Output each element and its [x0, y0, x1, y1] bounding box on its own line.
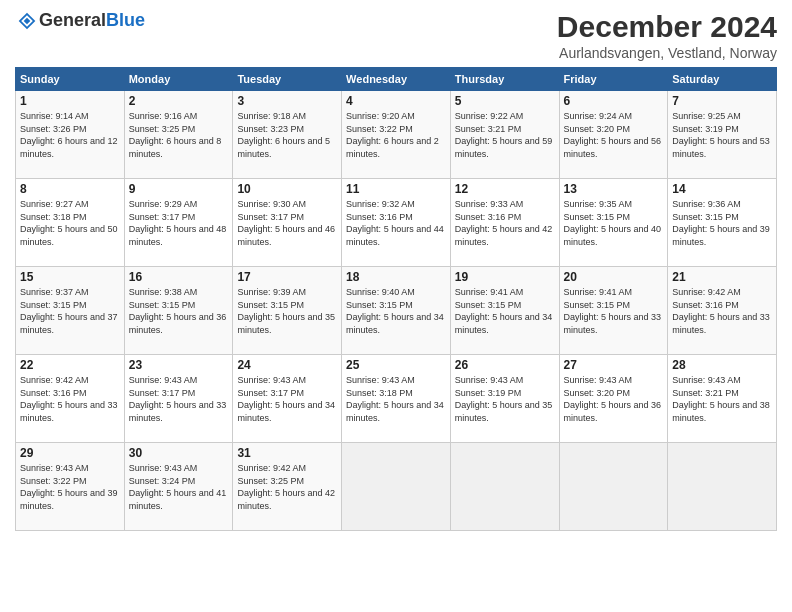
day-detail: Sunrise: 9:36 AMSunset: 3:15 PMDaylight:… [672, 198, 772, 248]
calendar-cell: 2Sunrise: 9:16 AMSunset: 3:25 PMDaylight… [124, 91, 233, 179]
calendar-cell: 27Sunrise: 9:43 AMSunset: 3:20 PMDayligh… [559, 355, 668, 443]
day-number: 10 [237, 182, 337, 196]
calendar-week-row: 1Sunrise: 9:14 AMSunset: 3:26 PMDaylight… [16, 91, 777, 179]
calendar-cell: 20Sunrise: 9:41 AMSunset: 3:15 PMDayligh… [559, 267, 668, 355]
logo-blue: Blue [106, 10, 145, 30]
day-number: 5 [455, 94, 555, 108]
calendar-cell: 26Sunrise: 9:43 AMSunset: 3:19 PMDayligh… [450, 355, 559, 443]
day-detail: Sunrise: 9:27 AMSunset: 3:18 PMDaylight:… [20, 198, 120, 248]
calendar-cell: 5Sunrise: 9:22 AMSunset: 3:21 PMDaylight… [450, 91, 559, 179]
calendar-cell: 29Sunrise: 9:43 AMSunset: 3:22 PMDayligh… [16, 443, 125, 531]
calendar-cell: 8Sunrise: 9:27 AMSunset: 3:18 PMDaylight… [16, 179, 125, 267]
day-number: 6 [564, 94, 664, 108]
day-detail: Sunrise: 9:43 AMSunset: 3:19 PMDaylight:… [455, 374, 555, 424]
calendar-cell: 22Sunrise: 9:42 AMSunset: 3:16 PMDayligh… [16, 355, 125, 443]
calendar-week-row: 29Sunrise: 9:43 AMSunset: 3:22 PMDayligh… [16, 443, 777, 531]
calendar-cell: 16Sunrise: 9:38 AMSunset: 3:15 PMDayligh… [124, 267, 233, 355]
calendar-cell: 31Sunrise: 9:42 AMSunset: 3:25 PMDayligh… [233, 443, 342, 531]
calendar-day-header: Sunday [16, 68, 125, 91]
day-detail: Sunrise: 9:42 AMSunset: 3:16 PMDaylight:… [20, 374, 120, 424]
day-number: 18 [346, 270, 446, 284]
day-number: 23 [129, 358, 229, 372]
calendar-day-header: Monday [124, 68, 233, 91]
day-detail: Sunrise: 9:43 AMSunset: 3:17 PMDaylight:… [237, 374, 337, 424]
day-number: 12 [455, 182, 555, 196]
day-number: 31 [237, 446, 337, 460]
day-detail: Sunrise: 9:37 AMSunset: 3:15 PMDaylight:… [20, 286, 120, 336]
day-number: 3 [237, 94, 337, 108]
calendar-cell: 12Sunrise: 9:33 AMSunset: 3:16 PMDayligh… [450, 179, 559, 267]
calendar-cell: 24Sunrise: 9:43 AMSunset: 3:17 PMDayligh… [233, 355, 342, 443]
calendar-day-header: Thursday [450, 68, 559, 91]
calendar-table: SundayMondayTuesdayWednesdayThursdayFrid… [15, 67, 777, 531]
day-detail: Sunrise: 9:40 AMSunset: 3:15 PMDaylight:… [346, 286, 446, 336]
day-number: 27 [564, 358, 664, 372]
day-detail: Sunrise: 9:43 AMSunset: 3:20 PMDaylight:… [564, 374, 664, 424]
logo-icon [17, 11, 37, 31]
day-detail: Sunrise: 9:42 AMSunset: 3:16 PMDaylight:… [672, 286, 772, 336]
day-detail: Sunrise: 9:16 AMSunset: 3:25 PMDaylight:… [129, 110, 229, 160]
calendar-cell: 6Sunrise: 9:24 AMSunset: 3:20 PMDaylight… [559, 91, 668, 179]
day-number: 19 [455, 270, 555, 284]
day-number: 7 [672, 94, 772, 108]
calendar-cell: 14Sunrise: 9:36 AMSunset: 3:15 PMDayligh… [668, 179, 777, 267]
subtitle: Aurlandsvangen, Vestland, Norway [557, 45, 777, 61]
day-number: 4 [346, 94, 446, 108]
calendar-cell: 18Sunrise: 9:40 AMSunset: 3:15 PMDayligh… [342, 267, 451, 355]
calendar-day-header: Tuesday [233, 68, 342, 91]
day-detail: Sunrise: 9:30 AMSunset: 3:17 PMDaylight:… [237, 198, 337, 248]
calendar-cell: 21Sunrise: 9:42 AMSunset: 3:16 PMDayligh… [668, 267, 777, 355]
day-detail: Sunrise: 9:43 AMSunset: 3:24 PMDaylight:… [129, 462, 229, 512]
calendar-cell: 28Sunrise: 9:43 AMSunset: 3:21 PMDayligh… [668, 355, 777, 443]
day-number: 30 [129, 446, 229, 460]
day-detail: Sunrise: 9:43 AMSunset: 3:22 PMDaylight:… [20, 462, 120, 512]
calendar-cell: 23Sunrise: 9:43 AMSunset: 3:17 PMDayligh… [124, 355, 233, 443]
day-detail: Sunrise: 9:41 AMSunset: 3:15 PMDaylight:… [564, 286, 664, 336]
day-number: 14 [672, 182, 772, 196]
day-number: 9 [129, 182, 229, 196]
day-number: 24 [237, 358, 337, 372]
calendar-cell [450, 443, 559, 531]
calendar-cell: 10Sunrise: 9:30 AMSunset: 3:17 PMDayligh… [233, 179, 342, 267]
day-detail: Sunrise: 9:14 AMSunset: 3:26 PMDaylight:… [20, 110, 120, 160]
logo-general: General [39, 10, 106, 30]
day-number: 1 [20, 94, 120, 108]
calendar-week-row: 22Sunrise: 9:42 AMSunset: 3:16 PMDayligh… [16, 355, 777, 443]
day-number: 8 [20, 182, 120, 196]
day-detail: Sunrise: 9:32 AMSunset: 3:16 PMDaylight:… [346, 198, 446, 248]
day-detail: Sunrise: 9:42 AMSunset: 3:25 PMDaylight:… [237, 462, 337, 512]
day-number: 15 [20, 270, 120, 284]
day-number: 25 [346, 358, 446, 372]
day-detail: Sunrise: 9:29 AMSunset: 3:17 PMDaylight:… [129, 198, 229, 248]
day-detail: Sunrise: 9:38 AMSunset: 3:15 PMDaylight:… [129, 286, 229, 336]
day-detail: Sunrise: 9:39 AMSunset: 3:15 PMDaylight:… [237, 286, 337, 336]
day-number: 29 [20, 446, 120, 460]
calendar-cell [668, 443, 777, 531]
calendar-week-row: 15Sunrise: 9:37 AMSunset: 3:15 PMDayligh… [16, 267, 777, 355]
logo: GeneralBlue [15, 10, 145, 31]
calendar-cell: 15Sunrise: 9:37 AMSunset: 3:15 PMDayligh… [16, 267, 125, 355]
calendar-cell: 13Sunrise: 9:35 AMSunset: 3:15 PMDayligh… [559, 179, 668, 267]
calendar-day-header: Friday [559, 68, 668, 91]
day-number: 20 [564, 270, 664, 284]
calendar-week-row: 8Sunrise: 9:27 AMSunset: 3:18 PMDaylight… [16, 179, 777, 267]
header: GeneralBlue December 2024 Aurlandsvangen… [15, 10, 777, 61]
day-number: 16 [129, 270, 229, 284]
day-detail: Sunrise: 9:43 AMSunset: 3:18 PMDaylight:… [346, 374, 446, 424]
title-block: December 2024 Aurlandsvangen, Vestland, … [557, 10, 777, 61]
calendar-day-header: Wednesday [342, 68, 451, 91]
day-detail: Sunrise: 9:43 AMSunset: 3:21 PMDaylight:… [672, 374, 772, 424]
calendar-cell: 25Sunrise: 9:43 AMSunset: 3:18 PMDayligh… [342, 355, 451, 443]
day-detail: Sunrise: 9:25 AMSunset: 3:19 PMDaylight:… [672, 110, 772, 160]
calendar-cell [559, 443, 668, 531]
day-detail: Sunrise: 9:43 AMSunset: 3:17 PMDaylight:… [129, 374, 229, 424]
page: GeneralBlue December 2024 Aurlandsvangen… [0, 0, 792, 612]
day-number: 17 [237, 270, 337, 284]
day-detail: Sunrise: 9:22 AMSunset: 3:21 PMDaylight:… [455, 110, 555, 160]
calendar-cell: 4Sunrise: 9:20 AMSunset: 3:22 PMDaylight… [342, 91, 451, 179]
calendar-cell [342, 443, 451, 531]
calendar-cell: 1Sunrise: 9:14 AMSunset: 3:26 PMDaylight… [16, 91, 125, 179]
day-number: 22 [20, 358, 120, 372]
calendar-cell: 9Sunrise: 9:29 AMSunset: 3:17 PMDaylight… [124, 179, 233, 267]
main-title: December 2024 [557, 10, 777, 43]
